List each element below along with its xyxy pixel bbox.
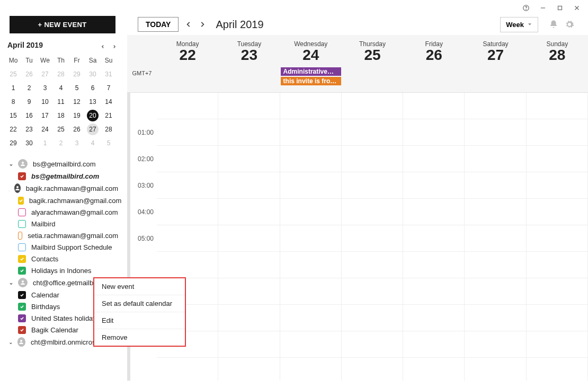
time-slot[interactable]	[403, 146, 464, 172]
mini-day[interactable]: 30	[21, 136, 37, 150]
mini-day[interactable]: 17	[37, 109, 53, 122]
day-header[interactable]: Sunday28	[527, 35, 588, 67]
calendar-row[interactable]: setia.rachmawan@gmail.com	[2, 230, 122, 241]
calendar-checkbox[interactable]	[18, 326, 26, 334]
time-slot[interactable]	[342, 278, 403, 305]
today-button[interactable]: TODAY	[138, 17, 179, 32]
mini-day[interactable]: 5	[101, 136, 117, 150]
time-slot[interactable]	[527, 278, 587, 305]
mini-day[interactable]: 27	[85, 122, 101, 136]
time-slot[interactable]	[465, 93, 525, 119]
time-slot[interactable]	[218, 199, 279, 225]
day-header[interactable]: Friday26	[403, 35, 465, 67]
day-header[interactable]: Saturday27	[465, 35, 526, 67]
calendar-checkbox[interactable]	[18, 243, 26, 251]
mini-day[interactable]: 2	[21, 81, 37, 95]
time-grid[interactable]: 01:0002:0003:0004:0005:0009:00	[127, 93, 588, 381]
calendar-row[interactable]: alyarachmawan@gmail.com	[2, 206, 122, 218]
gear-icon[interactable]	[565, 20, 574, 29]
time-slot[interactable]	[527, 358, 587, 381]
time-slot[interactable]	[403, 93, 464, 119]
mini-next-icon[interactable]	[112, 42, 117, 48]
mini-day[interactable]: 1	[5, 81, 21, 95]
mini-day[interactable]: 11	[53, 95, 69, 109]
time-slot[interactable]	[527, 331, 587, 358]
time-slot[interactable]	[403, 252, 464, 278]
calendar-checkbox[interactable]	[18, 172, 26, 180]
calendar-checkbox[interactable]	[18, 220, 26, 228]
mini-day[interactable]: 28	[101, 122, 117, 136]
time-slot[interactable]	[280, 93, 341, 119]
time-slot[interactable]	[527, 172, 587, 199]
mini-day[interactable]: 31	[101, 67, 117, 81]
time-slot[interactable]	[403, 305, 464, 331]
time-slot[interactable]	[342, 93, 403, 119]
bell-icon[interactable]	[549, 20, 558, 29]
time-slot[interactable]	[342, 146, 403, 172]
mini-day[interactable]: 26	[69, 122, 85, 136]
day-header[interactable]: Monday22	[157, 35, 218, 67]
time-slot[interactable]	[280, 146, 341, 172]
time-slot[interactable]	[342, 119, 403, 146]
chevron-down-icon[interactable]	[8, 280, 14, 285]
close-icon[interactable]	[573, 4, 581, 12]
time-slot[interactable]	[157, 172, 218, 199]
grid-column[interactable]	[527, 93, 588, 381]
calendar-row[interactable]: Mailbird	[2, 218, 122, 230]
context-menu-item[interactable]: Remove	[94, 329, 185, 346]
grid-column[interactable]	[465, 93, 526, 381]
context-menu-item[interactable]: Set as default calendar	[94, 295, 185, 312]
allday-cell[interactable]: Administrative…this invite is fro…	[280, 67, 342, 92]
calendar-checkbox[interactable]	[18, 267, 26, 275]
prev-week-icon[interactable]	[185, 21, 192, 28]
allday-cell[interactable]	[157, 67, 218, 92]
time-slot[interactable]	[403, 199, 464, 225]
time-slot[interactable]	[157, 93, 218, 119]
time-slot[interactable]	[465, 278, 525, 305]
mini-day[interactable]: 18	[53, 109, 69, 122]
mini-day[interactable]: 10	[37, 95, 53, 109]
mini-day[interactable]: 3	[37, 81, 53, 95]
time-slot[interactable]	[218, 305, 279, 331]
mini-day[interactable]: 13	[85, 95, 101, 109]
mini-day[interactable]: 6	[85, 81, 101, 95]
time-slot[interactable]	[280, 278, 341, 305]
time-slot[interactable]	[218, 331, 279, 358]
calendar-checkbox[interactable]	[18, 255, 26, 263]
time-slot[interactable]	[218, 278, 279, 305]
mini-day[interactable]: 25	[53, 122, 69, 136]
mini-day[interactable]: 25	[5, 67, 21, 81]
time-slot[interactable]	[465, 358, 525, 381]
calendar-row[interactable]: Holidays in Indones	[2, 265, 122, 276]
time-slot[interactable]	[527, 93, 587, 119]
time-slot[interactable]	[280, 358, 341, 381]
time-slot[interactable]	[218, 119, 279, 146]
calendar-row[interactable]: Mailbird Support Schedule	[2, 241, 122, 253]
mini-day[interactable]: 1	[37, 136, 53, 150]
mini-day[interactable]: 4	[53, 81, 69, 95]
mini-day[interactable]: 2	[53, 136, 69, 150]
calendar-checkbox[interactable]	[18, 303, 26, 311]
mini-day[interactable]: 8	[5, 95, 21, 109]
calendar-row[interactable]: bs@getmailbird.com	[2, 170, 122, 182]
help-icon[interactable]	[522, 4, 530, 12]
time-slot[interactable]	[465, 252, 525, 278]
time-slot[interactable]	[157, 225, 218, 252]
time-slot[interactable]	[218, 358, 279, 381]
mini-day[interactable]: 12	[69, 95, 85, 109]
calendar-checkbox[interactable]	[18, 208, 26, 216]
mini-day[interactable]: 24	[37, 122, 53, 136]
context-menu-item[interactable]: Edit	[94, 312, 185, 329]
mini-day[interactable]: 19	[69, 109, 85, 122]
time-slot[interactable]	[280, 172, 341, 199]
mini-day[interactable]: 20	[85, 109, 101, 122]
time-slot[interactable]	[342, 225, 403, 252]
time-slot[interactable]	[157, 358, 218, 381]
grid-column[interactable]	[342, 93, 403, 381]
context-menu-item[interactable]: New event	[94, 278, 185, 295]
view-selector[interactable]: Week	[500, 17, 538, 32]
chevron-down-icon[interactable]	[8, 339, 13, 345]
time-slot[interactable]	[342, 172, 403, 199]
time-slot[interactable]	[218, 225, 279, 252]
calendar-row[interactable]: Contacts	[2, 253, 122, 265]
